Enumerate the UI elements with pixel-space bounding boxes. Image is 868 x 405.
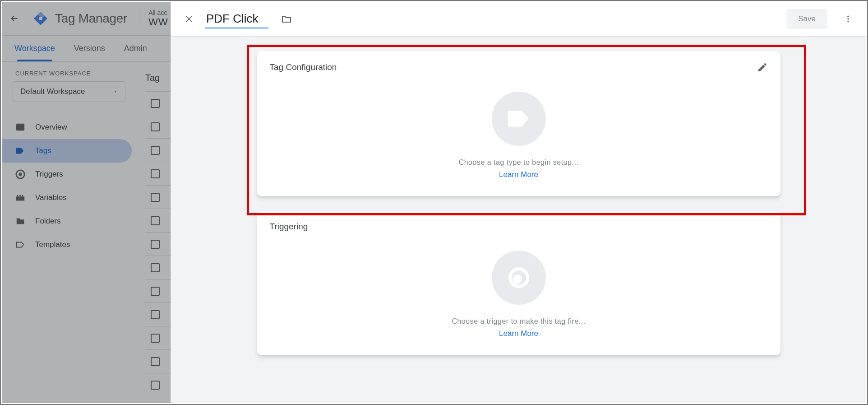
close-button[interactable]: [179, 9, 199, 29]
svg-point-10: [847, 18, 849, 19]
folder-icon: [281, 14, 292, 24]
tag-name-input[interactable]: [205, 10, 268, 28]
more-menu-button[interactable]: [838, 9, 858, 29]
panel-body: Tag Configuration Choose a tag type to b…: [171, 37, 866, 403]
save-button[interactable]: Save: [786, 9, 827, 29]
trigger-placeholder-icon: [492, 251, 546, 305]
close-icon: [185, 14, 194, 23]
svg-point-9: [847, 16, 849, 17]
tag-config-hint: Choose a tag type to begin setup...: [459, 158, 579, 167]
triggering-hint: Choose a trigger to make this tag fire..…: [452, 317, 585, 326]
tag-placeholder-icon: [492, 92, 546, 146]
learn-more-link[interactable]: Learn More: [499, 170, 538, 179]
tag-configuration-card[interactable]: Tag Configuration Choose a tag type to b…: [257, 51, 780, 196]
svg-point-13: [512, 275, 522, 284]
more-vert-icon: [844, 14, 853, 23]
card-title: Triggering: [270, 222, 308, 232]
panel-header: Save: [171, 2, 866, 37]
learn-more-link[interactable]: Learn More: [499, 329, 538, 338]
triggering-card[interactable]: Triggering Choose a trigger to make this…: [257, 211, 780, 355]
tag-editor-panel: Save Tag Configuration Choose a tag: [171, 2, 866, 403]
folder-button[interactable]: [277, 10, 295, 28]
edit-icon[interactable]: [757, 62, 768, 73]
card-title: Tag Configuration: [270, 62, 337, 72]
svg-point-11: [847, 21, 849, 22]
